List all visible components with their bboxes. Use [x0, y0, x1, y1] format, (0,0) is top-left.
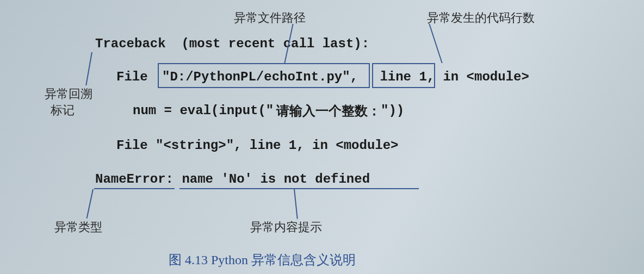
- underline-error-msg: [179, 188, 419, 189]
- code-error-type: NameError:: [95, 172, 174, 186]
- connector-line-number: [429, 24, 442, 63]
- underline-error-type: [94, 188, 175, 189]
- code-file-prefix: File: [116, 70, 156, 84]
- annotation-error-type: 异常类型: [54, 219, 102, 235]
- connector-traceback: [85, 52, 92, 85]
- annotation-traceback-l2: 标记: [51, 102, 75, 119]
- annotation-file-path: 异常文件路径: [234, 10, 306, 26]
- box-file-path: [158, 63, 370, 88]
- connector-error-type: [86, 189, 94, 219]
- code-error-msg: name 'No' is not defined: [174, 172, 370, 186]
- code-traceback-header: Traceback (most recent call last):: [95, 36, 369, 51]
- box-line-number: [372, 63, 435, 88]
- connector-error-msg: [294, 189, 298, 219]
- code-eval-prefix: num = eval(input(": [133, 103, 274, 118]
- figure-caption: 图 4.13 Python 异常信息含义说明: [169, 251, 356, 269]
- code-module-suffix: in <module>: [435, 70, 529, 84]
- code-eval-cjk: 请输入一个整数：: [276, 102, 381, 120]
- code-eval-suffix: ")): [381, 103, 404, 118]
- code-file2: File "<string>", line 1, in <module>: [116, 138, 398, 153]
- annotation-error-message: 异常内容提示: [250, 219, 322, 235]
- annotation-traceback-l1: 异常回溯: [45, 86, 92, 102]
- annotation-line-number: 异常发生的代码行数: [427, 10, 535, 26]
